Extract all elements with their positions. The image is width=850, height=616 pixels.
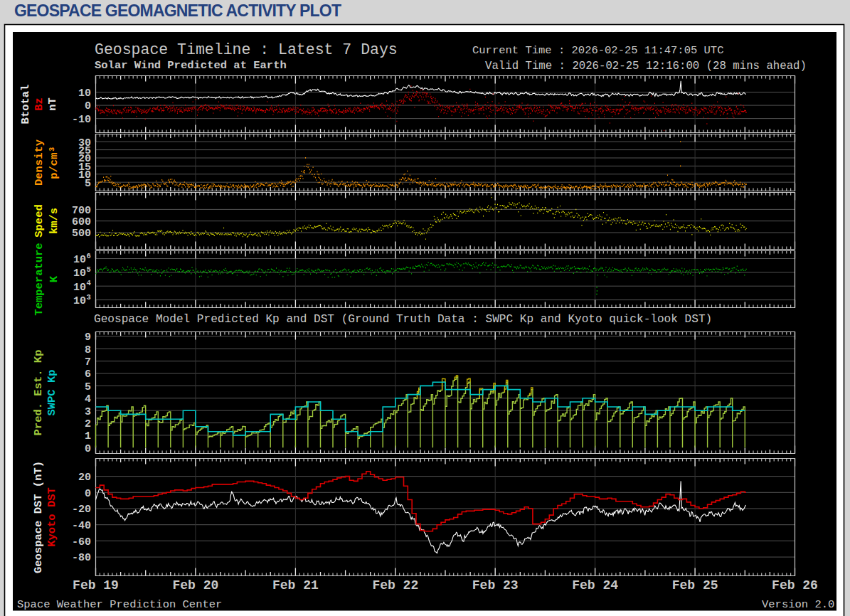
svg-text:500: 500 xyxy=(72,228,91,240)
svg-text:700: 700 xyxy=(72,205,91,217)
svg-text:10: 10 xyxy=(73,254,86,266)
svg-text:Kyoto DST: Kyoto DST xyxy=(46,487,58,547)
svg-text:p/cm³: p/cm³ xyxy=(48,146,60,179)
svg-text:10: 10 xyxy=(73,267,86,280)
svg-text:GEOSPACE GEOMAGNETIC ACTIVITY: GEOSPACE GEOMAGNETIC ACTIVITY PLOT xyxy=(14,1,341,20)
svg-text:Feb 26: Feb 26 xyxy=(772,578,818,593)
svg-text:10: 10 xyxy=(78,87,91,100)
svg-text:Temperature: Temperature xyxy=(33,243,46,315)
svg-text:SWPC Kp: SWPC Kp xyxy=(46,369,58,415)
svg-text:6: 6 xyxy=(87,252,91,260)
svg-text:-40: -40 xyxy=(72,520,91,532)
svg-text:7: 7 xyxy=(85,356,91,368)
svg-text:5: 5 xyxy=(85,178,91,190)
svg-text:Geospace Timeline : Latest 7 D: Geospace Timeline : Latest 7 Days xyxy=(95,41,398,58)
svg-text:nT: nT xyxy=(46,97,59,111)
svg-text:Feb 20: Feb 20 xyxy=(172,578,218,593)
svg-text:km/s: km/s xyxy=(48,208,60,234)
svg-text:Geospace DST (nT): Geospace DST (nT) xyxy=(32,461,45,573)
svg-text:8: 8 xyxy=(85,344,91,356)
svg-text:Feb 22: Feb 22 xyxy=(372,578,418,593)
svg-text:0: 0 xyxy=(85,443,91,455)
svg-text:6: 6 xyxy=(85,368,91,381)
svg-text:-20: -20 xyxy=(72,504,91,516)
svg-text:4: 4 xyxy=(87,279,91,287)
svg-text:-10: -10 xyxy=(72,114,91,126)
svg-text:-60: -60 xyxy=(72,536,91,548)
svg-text:Space Weather Prediction Cente: Space Weather Prediction Center xyxy=(17,598,222,611)
svg-text:0: 0 xyxy=(85,100,91,112)
svg-text:Current Time : 2026-02-25 11:4: Current Time : 2026-02-25 11:47:05 UTC xyxy=(472,44,723,57)
svg-text:-80: -80 xyxy=(72,552,91,564)
svg-text:3: 3 xyxy=(85,406,91,418)
svg-text:Geospace Model Predicted Kp an: Geospace Model Predicted Kp and DST (Gro… xyxy=(94,313,712,326)
svg-text:9: 9 xyxy=(85,331,91,344)
svg-text:Feb 19: Feb 19 xyxy=(73,578,119,593)
svg-text:10: 10 xyxy=(73,295,86,307)
svg-text:K: K xyxy=(48,275,60,282)
svg-text:4: 4 xyxy=(85,393,91,405)
svg-text:600: 600 xyxy=(72,216,91,228)
svg-text:10: 10 xyxy=(73,282,86,294)
svg-text:Bz: Bz xyxy=(33,97,46,111)
svg-text:5: 5 xyxy=(85,381,91,393)
svg-text:Feb 23: Feb 23 xyxy=(472,578,519,593)
svg-text:Speed: Speed xyxy=(33,204,46,238)
svg-text:Density: Density xyxy=(33,139,46,186)
svg-text:3: 3 xyxy=(87,293,91,302)
svg-text:Solar Wind Predicted at Earth: Solar Wind Predicted at Earth xyxy=(95,59,287,72)
svg-text:2: 2 xyxy=(85,418,91,430)
svg-text:Valid Time : 2026-02-25 12:16:: Valid Time : 2026-02-25 12:16:00 (28 min… xyxy=(485,60,807,73)
svg-text:Feb 25: Feb 25 xyxy=(672,578,718,593)
svg-text:Feb 21: Feb 21 xyxy=(272,578,319,593)
svg-text:20: 20 xyxy=(78,472,91,484)
svg-text:1: 1 xyxy=(85,430,91,442)
svg-text:5: 5 xyxy=(87,265,91,274)
svg-text:Version 2.0: Version 2.0 xyxy=(762,598,834,611)
svg-text:Feb 24: Feb 24 xyxy=(572,578,618,593)
svg-text:0: 0 xyxy=(85,488,91,500)
svg-text:Pred. Est. Kp: Pred. Est. Kp xyxy=(32,350,45,436)
svg-text:Btotal: Btotal xyxy=(19,85,32,124)
